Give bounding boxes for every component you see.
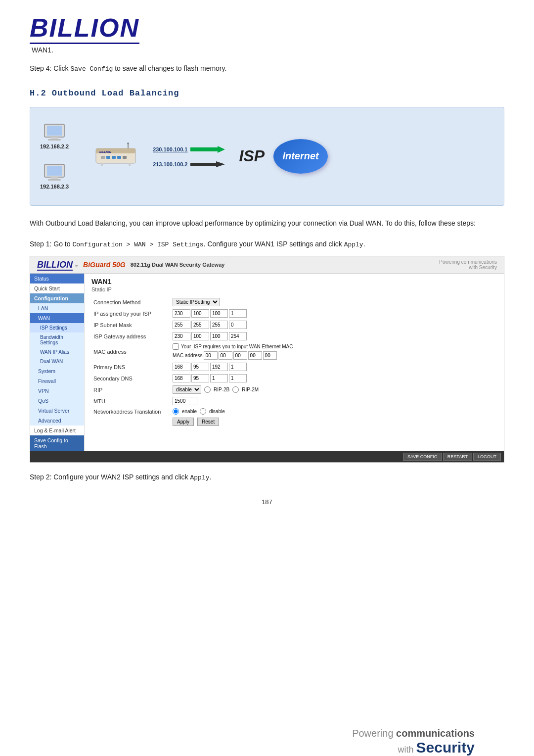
apply-button[interactable]: Apply — [173, 418, 194, 426]
svg-rect-2 — [51, 137, 58, 139]
mac-1[interactable] — [204, 351, 218, 360]
primary-dns-row: Primary DNS — [91, 361, 497, 373]
svg-rect-12 — [106, 156, 110, 159]
save-config-button[interactable]: SAVE CONFIG — [403, 453, 442, 461]
primary-dns-label: Primary DNS — [91, 361, 171, 373]
sidebar-item-dual-wan[interactable]: Dual WAN — [30, 357, 84, 366]
ip-assigned-3[interactable] — [210, 309, 228, 318]
subnet-mask-value — [171, 319, 497, 331]
mac-3[interactable] — [233, 351, 247, 360]
pdns-1[interactable] — [173, 363, 190, 371]
sidebar-item-firewall[interactable]: Firewall — [30, 376, 84, 386]
pdns-2[interactable] — [191, 363, 209, 371]
sidebar-item-status[interactable]: Status — [30, 274, 84, 284]
sidebar-item-virtual-server[interactable]: Virtual Server — [30, 406, 84, 416]
mac-address-inputs-row: MAC address — [173, 351, 495, 360]
svg-rect-5 — [47, 166, 62, 176]
sidebar-item-qos[interactable]: QoS — [30, 396, 84, 406]
sidebar-item-wan-ip-alias[interactable]: WAN IP Alias — [30, 347, 84, 357]
sidebar-item-configuration[interactable]: Configuration — [30, 293, 84, 303]
wan-subtitle: Static IP — [91, 286, 497, 292]
sidebar-item-save-config[interactable]: Save Config to Flash — [30, 435, 84, 451]
subnet-4[interactable] — [229, 321, 247, 329]
gateway-value — [171, 331, 497, 342]
mtu-input[interactable] — [173, 397, 197, 405]
sdns-3[interactable] — [210, 374, 228, 382]
ip2-label: 213.100.100.2 — [153, 161, 187, 167]
pdns-4[interactable] — [229, 363, 247, 371]
subnet-3[interactable] — [210, 321, 228, 329]
gateway-4[interactable] — [229, 332, 247, 340]
ip-assigned-2[interactable] — [191, 309, 209, 318]
sidebar-item-log[interactable]: Log & E-mail Alert — [30, 425, 84, 435]
svg-rect-6 — [51, 177, 58, 179]
sidebar-item-vpn[interactable]: VPN — [30, 386, 84, 396]
nat-label: Networkaddress Translation — [91, 407, 171, 416]
svg-rect-3 — [48, 139, 61, 141]
router-footer: SAVE CONFIG RESTART LOGOUT — [30, 451, 504, 462]
sidebar-item-bandwidth[interactable]: Bandwidth Settings — [30, 332, 84, 347]
svg-rect-19 — [129, 163, 131, 166]
mtu-value — [171, 395, 497, 407]
arrow-row-1: 230.100.100.1 — [153, 145, 225, 154]
sidebar-item-wan[interactable]: WAN — [30, 313, 84, 323]
rip-radio-2b[interactable] — [204, 386, 211, 393]
pdns-3[interactable] — [210, 363, 228, 371]
primary-dns-value — [171, 361, 497, 373]
buttons-cell: Apply Reset — [171, 416, 497, 427]
mac-4[interactable] — [248, 351, 262, 360]
sdns-2[interactable] — [191, 374, 209, 382]
sidebar-item-isp-settings[interactable]: ISP Settings — [30, 323, 84, 332]
ip-assigned-1[interactable] — [173, 309, 190, 318]
router-brand-logo: BILLION ™ — [37, 260, 78, 270]
mtu-label: MTU — [91, 395, 171, 407]
subnet-1[interactable] — [173, 321, 190, 329]
ip-assigned-4[interactable] — [229, 309, 247, 318]
mac-checkbox[interactable] — [173, 343, 179, 350]
sidebar-item-lan[interactable]: LAN — [30, 303, 84, 313]
nat-row: Networkaddress Translation enable disabl… — [91, 407, 497, 416]
nat-disable-radio[interactable] — [200, 408, 206, 415]
arrow-row-2: 213.100.100.2 — [153, 161, 225, 168]
logout-button[interactable]: LOGOUT — [473, 453, 501, 461]
gateway-1[interactable] — [173, 332, 190, 340]
rip-controls: disable RIP-2B RIP-2M — [173, 385, 495, 394]
gateway-2[interactable] — [191, 332, 209, 340]
secondary-dns-row: Secondary DNS — [91, 373, 497, 384]
restart-button[interactable]: RESTART — [443, 453, 472, 461]
nat-enable-radio[interactable] — [173, 408, 179, 415]
pc2-label: 192.168.2.3 — [40, 184, 69, 189]
connection-method-select[interactable]: Static IPSetting — [173, 298, 220, 306]
buttons-row: Apply Reset — [91, 416, 497, 427]
svg-marker-20 — [190, 146, 225, 153]
internet-bubble: Internet — [273, 139, 328, 174]
wan-form-table: Connection Method Static IPSetting IP as… — [91, 296, 497, 427]
subnet-2[interactable] — [191, 321, 209, 329]
description-text: With Outbound Load Balancing, you can im… — [30, 218, 504, 230]
sidebar-item-advanced[interactable]: Advanced — [30, 416, 84, 425]
svg-rect-13 — [112, 156, 116, 159]
sdns-4[interactable] — [229, 374, 247, 382]
wan-label: WAN1. — [32, 46, 139, 54]
rip-select[interactable]: disable — [173, 385, 201, 394]
arrows-section: 230.100.100.1 213.100.100.2 — [153, 145, 225, 168]
sidebar-item-system[interactable]: System — [30, 366, 84, 376]
mac-2[interactable] — [219, 351, 232, 360]
svg-rect-15 — [123, 156, 127, 159]
rip-radio-2m[interactable] — [232, 386, 239, 393]
pc1-label: 192.168.2.2 — [40, 143, 69, 149]
subnet-mask-label: IP Subnet Mask — [91, 319, 171, 331]
mac-5[interactable] — [263, 351, 277, 360]
diagram-left-pcs: 192.168.2.2 192.168.2.3 — [40, 123, 69, 189]
step1-apply: Apply — [344, 241, 363, 248]
reset-button[interactable]: Reset — [197, 418, 219, 426]
router-model: BiGuard 50G — [83, 261, 126, 269]
step2-apply: Apply — [190, 474, 210, 481]
svg-text:BILLION: BILLION — [99, 150, 112, 153]
rip-label: RIP — [91, 384, 171, 395]
sdns-1[interactable] — [173, 374, 190, 382]
subnet-mask-row: IP Subnet Mask — [91, 319, 497, 331]
gateway-3[interactable] — [210, 332, 228, 340]
svg-point-17 — [127, 142, 129, 144]
sidebar-item-quickstart[interactable]: Quick Start — [30, 284, 84, 293]
